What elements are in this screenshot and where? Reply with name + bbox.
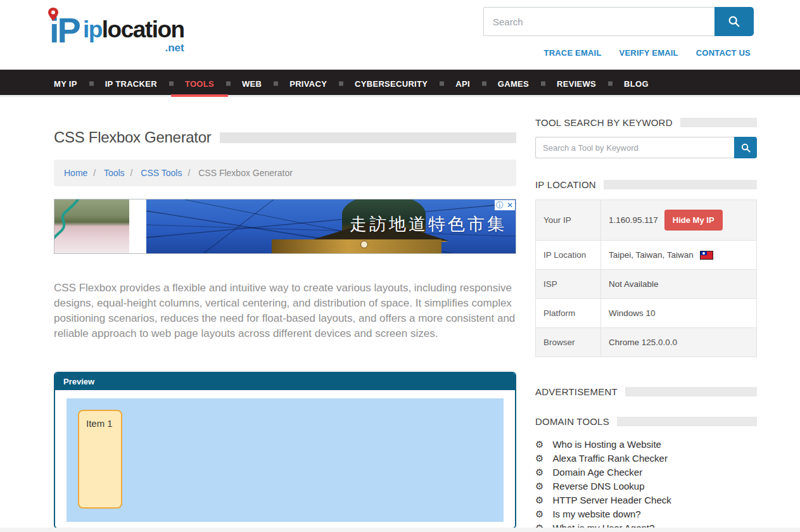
table-row: Platform Windows 10 (536, 299, 757, 328)
row-value: Chrome 125.0.0.0 (601, 328, 757, 357)
ad-info-icon[interactable]: ⓘ (495, 200, 505, 210)
nav-item-api[interactable]: API (441, 70, 484, 97)
nav-item-games[interactable]: GAMES (484, 70, 543, 97)
gear-icon: ⚙ (535, 509, 543, 519)
row-label: ISP (536, 270, 601, 299)
preview-header: Preview (55, 373, 515, 390)
ip-location-table: Your IP 1.160.95.117 Hide My IP IP Locat… (535, 200, 757, 357)
preview-panel: Preview Item 1 (54, 372, 516, 529)
ad-close-icon[interactable]: ✕ (505, 200, 515, 210)
logo-word-location: location (102, 16, 184, 42)
table-row: Your IP 1.160.95.117 Hide My IP (536, 200, 757, 241)
gear-icon: ⚙ (535, 440, 543, 449)
domain-tool-link[interactable]: Domain Age Checker (552, 467, 642, 478)
table-row: ISP Not Available (536, 270, 757, 299)
table-row: IP Location Taipei, Taiwan, Taiwan (536, 241, 757, 270)
search-icon (740, 142, 751, 153)
tool-search-heading: TOOL SEARCH BY KEYWORD (535, 117, 757, 128)
domain-tool-link[interactable]: Is my website down? (552, 509, 640, 519)
site-logo[interactable]: iP iplocation .net (49, 9, 184, 53)
flex-item-1: Item 1 (78, 410, 122, 509)
list-item: ⚙ HTTP Server Header Check (535, 493, 757, 507)
sidebar: TOOL SEARCH BY KEYWORD IP LOCATION Your … (535, 97, 757, 532)
logo-word-ip: ip (83, 16, 102, 42)
row-label: Your IP (536, 200, 601, 241)
advertisement-heading: ADVERTISEMENT (535, 386, 757, 397)
breadcrumb: Home Tools CSS Tools CSS Flexbox Generat… (54, 160, 516, 186)
your-ip-value: 1.160.95.117 (609, 215, 658, 225)
heading-decor-bar (604, 180, 757, 189)
breadcrumb-tools[interactable]: Tools (104, 168, 139, 178)
row-value: 1.160.95.117 Hide My IP (601, 200, 757, 241)
tool-search-button[interactable] (734, 137, 757, 158)
breadcrumb-current: CSS Flexbox Generator (198, 168, 293, 178)
row-label: Browser (536, 328, 601, 357)
trace-email-link[interactable]: TRACE EMAIL (544, 48, 602, 58)
gear-icon: ⚙ (535, 495, 543, 505)
page-footer-edge (0, 528, 800, 532)
row-value: Windows 10 (601, 299, 757, 328)
breadcrumb-home[interactable]: Home (64, 168, 101, 178)
list-item: ⚙ Alexa Traffic Rank Checker (535, 451, 757, 465)
map-pin-icon (48, 8, 58, 21)
tool-description: CSS Flexbox provides a flexible and intu… (54, 281, 516, 341)
gear-icon: ⚙ (535, 453, 543, 463)
gear-icon: ⚙ (535, 481, 543, 491)
ad-left-photo (54, 200, 129, 253)
ad-gap (129, 200, 146, 253)
preview-body: Item 1 (55, 390, 515, 529)
taiwan-flag-icon (700, 251, 713, 260)
list-item: ⚙ Is my website down? (535, 507, 757, 521)
row-value: Not Available (601, 270, 757, 299)
main-nav: MY IP IP TRACKER TOOLS WEB PRIVACY CYBER… (0, 70, 800, 97)
nav-item-cybersecurity[interactable]: CYBERSECURITY (341, 70, 441, 97)
tool-search-input[interactable] (535, 137, 734, 158)
ad-banner[interactable]: 走訪地道特色市集 ⓘ ✕ (54, 199, 516, 254)
flex-preview-container: Item 1 (67, 398, 504, 522)
domain-tool-link[interactable]: HTTP Server Header Check (552, 495, 671, 505)
header-search-input[interactable] (483, 7, 714, 36)
gear-icon: ⚙ (535, 467, 543, 477)
logo-wordmark: iplocation .net (83, 18, 184, 53)
page-title: CSS Flexbox Generator (54, 129, 211, 146)
hide-my-ip-button[interactable]: Hide My IP (664, 210, 723, 231)
heading-decor-bar (625, 387, 757, 396)
verify-email-link[interactable]: VERIFY EMAIL (619, 48, 678, 58)
nav-item-privacy[interactable]: PRIVACY (276, 70, 341, 97)
domain-tool-link[interactable]: Alexa Traffic Rank Checker (552, 453, 667, 464)
row-label: Platform (536, 299, 601, 328)
ad-main-photo: 走訪地道特色市集 ⓘ ✕ (146, 200, 516, 253)
list-item: ⚙ Domain Age Checker (535, 465, 757, 479)
heading-decor-bar (680, 118, 757, 127)
table-row: Browser Chrome 125.0.0.0 (536, 328, 757, 357)
ad-caption: 走訪地道特色市集 (350, 212, 507, 235)
search-icon (727, 15, 741, 28)
ip-location-heading: IP LOCATION (535, 179, 757, 190)
nav-item-ip-tracker[interactable]: IP TRACKER (91, 70, 171, 97)
domain-tools-heading: DOMAIN TOOLS (535, 416, 757, 427)
nav-item-blog[interactable]: BLOG (610, 70, 663, 97)
breadcrumb-css-tools[interactable]: CSS Tools (141, 168, 196, 178)
nav-item-reviews[interactable]: REVIEWS (543, 70, 610, 97)
site-header: iP iplocation .net TRACE EMAIL VERIFY EM… (0, 0, 800, 70)
tool-search (535, 137, 757, 158)
nav-item-web[interactable]: WEB (228, 70, 276, 97)
title-decor-bar (220, 132, 516, 143)
header-search (483, 7, 754, 36)
header-quick-links: TRACE EMAIL VERIFY EMAIL CONTACT US (544, 48, 751, 58)
domain-tool-link[interactable]: Reverse DNS Lookup (552, 481, 644, 491)
list-item: ⚙ Who is Hosting a Website (535, 437, 757, 451)
ad-route-squiggle (54, 200, 129, 253)
nav-item-tools[interactable]: TOOLS (171, 70, 228, 97)
list-item: ⚙ Reverse DNS Lookup (535, 479, 757, 493)
nav-item-my-ip[interactable]: MY IP (40, 70, 91, 97)
contact-us-link[interactable]: CONTACT US (696, 48, 751, 58)
heading-decor-bar (617, 417, 757, 426)
header-search-button[interactable] (714, 7, 754, 36)
ip-location-value: Taipei, Taiwan, Taiwan (609, 250, 694, 260)
domain-tool-link[interactable]: Who is Hosting a Website (552, 439, 661, 450)
logo-net: .net (83, 42, 184, 53)
main-column: CSS Flexbox Generator Home Tools CSS Too… (54, 97, 516, 532)
ad-building-base (272, 239, 441, 253)
domain-tools-list: ⚙ Who is Hosting a Website ⚙ Alexa Traff… (535, 437, 757, 532)
